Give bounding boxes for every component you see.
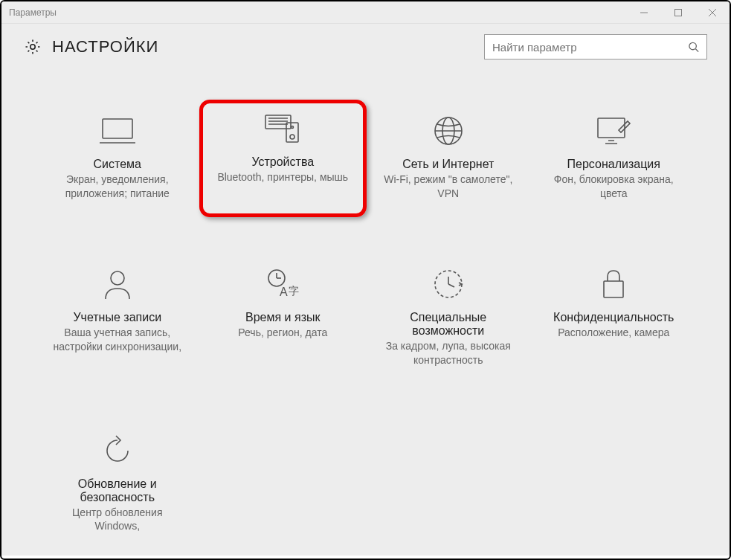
tile-time-language[interactable]: A 字 Время и язык Речь, регион, дата — [204, 263, 362, 370]
svg-point-22 — [111, 271, 124, 285]
header-left: НАСТРОЙКИ — [24, 37, 158, 57]
tile-title: Устройства — [251, 155, 314, 169]
svg-rect-1 — [675, 9, 682, 16]
tile-title: Время и язык — [245, 311, 320, 324]
lock-icon — [599, 266, 628, 302]
gear-icon — [24, 38, 42, 56]
settings-grid: Система Экран, уведомления, приложения; … — [39, 110, 693, 536]
tile-desc: Wi-Fi, режим "в самолете", VPN — [381, 173, 515, 201]
tile-title: Обновление и безопасность — [43, 477, 193, 504]
devices-icon — [263, 111, 303, 147]
svg-rect-9 — [265, 115, 291, 129]
svg-point-5 — [689, 42, 696, 49]
tile-devices[interactable]: Устройства Bluetooth, принтеры, мышь — [199, 100, 367, 217]
maximize-icon — [674, 9, 682, 16]
svg-text:A: A — [280, 286, 288, 298]
svg-rect-31 — [604, 281, 623, 297]
tile-desc: Bluetooth, принтеры, мышь — [217, 170, 348, 184]
header: НАСТРОЙКИ — [1, 24, 730, 73]
tile-desc: Фон, блокировка экрана, цвета — [547, 173, 680, 201]
globe-icon — [432, 113, 465, 149]
system-icon — [98, 113, 137, 149]
tile-network[interactable]: Сеть и Интернет Wi-Fi, режим "в самолете… — [370, 110, 528, 204]
tile-title: Сеть и Интернет — [402, 158, 494, 171]
tile-personalization[interactable]: Персонализация Фон, блокировка экрана, ц… — [535, 110, 693, 204]
tile-accounts[interactable]: Учетные записи Ваша учетная запись, наст… — [39, 263, 197, 370]
tile-desc: За кадром, лупа, высокая контрастность — [381, 339, 515, 367]
tile-privacy[interactable]: Конфиденциальность Расположение, камера — [535, 263, 693, 370]
page-title: НАСТРОЙКИ — [52, 37, 158, 57]
svg-point-15 — [292, 126, 294, 129]
minimize-icon — [640, 9, 648, 16]
accounts-icon — [102, 266, 133, 302]
tile-title: Учетные записи — [73, 311, 161, 324]
titlebar: Параметры — [1, 1, 730, 24]
tile-update-security[interactable]: Обновление и безопасность Центр обновлен… — [39, 430, 197, 537]
svg-point-4 — [30, 45, 35, 49]
search-icon — [688, 41, 699, 53]
tile-desc: Экран, уведомления, приложения; питание — [51, 173, 184, 201]
window-controls — [627, 1, 730, 23]
tile-system[interactable]: Система Экран, уведомления, приложения; … — [39, 110, 197, 204]
svg-text:字: 字 — [289, 285, 299, 297]
tile-title: Система — [94, 158, 141, 171]
tile-ease-of-access[interactable]: Специальные возможности За кадром, лупа,… — [370, 263, 528, 370]
time-language-icon: A 字 — [265, 266, 300, 302]
svg-line-6 — [695, 49, 698, 52]
tile-desc: Речь, регион, дата — [238, 326, 327, 340]
tile-title: Специальные возможности — [374, 311, 524, 338]
tile-desc: Центр обновления Windows, — [51, 506, 184, 534]
maximize-button[interactable] — [661, 1, 695, 23]
search-box[interactable] — [484, 34, 707, 59]
content-area: Система Экран, уведомления, приложения; … — [1, 73, 730, 556]
tile-title: Конфиденциальность — [553, 311, 674, 324]
ease-of-access-icon — [432, 266, 465, 302]
tile-desc: Расположение, камера — [558, 326, 669, 340]
search-input[interactable] — [492, 41, 688, 54]
svg-point-14 — [290, 135, 294, 139]
close-icon — [709, 9, 716, 16]
svg-rect-7 — [103, 119, 132, 138]
window-title: Параметры — [9, 7, 57, 18]
tile-desc: Ваша учетная запись, настройки синхрониз… — [51, 326, 184, 354]
svg-line-30 — [448, 284, 454, 287]
tile-title: Персонализация — [567, 158, 660, 171]
personalization-icon — [595, 113, 632, 149]
update-icon — [101, 433, 134, 469]
close-button[interactable] — [695, 1, 730, 23]
minimize-button[interactable] — [627, 1, 661, 23]
